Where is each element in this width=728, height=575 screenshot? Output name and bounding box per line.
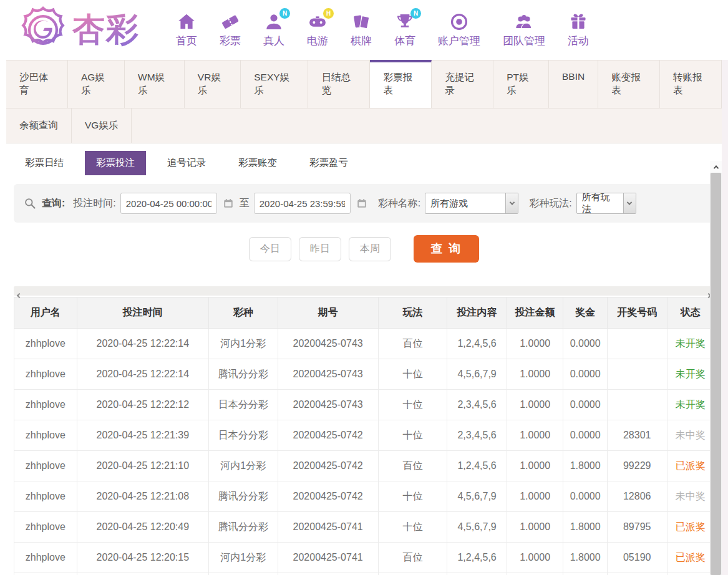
top-nav: 首页彩票N真人H电游棋牌N体育账户管理团队管理活动: [176, 12, 589, 48]
main-tab-WM娱乐[interactable]: WM娱乐: [125, 60, 185, 108]
chevron-down-icon: [623, 193, 636, 213]
cell-bet-content: 4,5,6,7,9: [447, 359, 507, 390]
vertical-scrollbar[interactable]: [710, 161, 722, 575]
search-button[interactable]: 查 询: [414, 235, 479, 263]
cell-bet-content: 4,5,6,7,9: [447, 512, 507, 543]
main-tab-转账报表[interactable]: 转账报表: [660, 60, 722, 108]
scroll-left-icon[interactable]: [17, 289, 21, 300]
column-header-draw-number: 开奖号码: [607, 297, 667, 329]
brand-name: 杏彩: [72, 8, 140, 52]
trophy-icon: N: [395, 12, 415, 32]
cell-prize: 0.0000: [563, 481, 607, 512]
cell-draw-number: 05190: [607, 543, 667, 573]
top-nav-item-team[interactable]: 团队管理: [503, 12, 545, 48]
cell-bet-content: 1,2,4,5,6: [447, 573, 507, 575]
table-row: zhhplove2020-04-25 12:20:49腾讯分分彩20200425…: [14, 512, 714, 543]
top-nav-item-ticket[interactable]: 彩票: [220, 12, 241, 48]
game-name-label: 彩种名称:: [378, 197, 420, 210]
cell-issue: 20200425-0743: [278, 329, 378, 359]
cell-username: zhhplove: [14, 451, 77, 481]
sub-tab-彩票盈亏[interactable]: 彩票盈亏: [298, 151, 359, 175]
sub-tab-彩票投注[interactable]: 彩票投注: [85, 151, 146, 175]
column-header-issue: 期号: [278, 297, 378, 329]
main-tab-日结总览[interactable]: 日结总览: [308, 60, 370, 108]
cell-status: 未中奖: [667, 481, 714, 512]
top-nav-item-trophy[interactable]: N体育: [394, 12, 415, 48]
cell-issue: 20200425-0740: [278, 573, 378, 575]
sub-tab-彩票日结[interactable]: 彩票日结: [14, 151, 75, 175]
cell-draw-number: 89795: [607, 512, 667, 543]
cell-username: zhhplove: [14, 390, 77, 420]
main-tab-SEXY娱乐[interactable]: SEXY娱乐: [241, 60, 308, 108]
cell-status: 未中奖: [667, 420, 714, 451]
brand-logo[interactable]: 杏彩: [19, 6, 140, 54]
main-tab-余额查询[interactable]: 余额查询: [6, 109, 72, 143]
cell-username: zhhplove: [14, 420, 77, 451]
start-time-input[interactable]: [120, 193, 217, 214]
cell-status: 已派奖: [667, 512, 714, 543]
table-header-row: 用户名投注时间彩种期号玩法投注内容投注金额奖金开奖号码状态: [14, 297, 714, 329]
cell-draw-number: 28301: [607, 420, 667, 451]
cell-issue: 20200425-0741: [278, 512, 378, 543]
cell-username: zhhplove: [14, 573, 77, 575]
cell-issue: 20200425-0741: [278, 543, 378, 573]
top-nav-item-home[interactable]: 首页: [176, 12, 197, 48]
main-tab-VG娱乐[interactable]: VG娱乐: [72, 109, 132, 143]
cell-bet-amount: 1.0000: [507, 329, 563, 359]
cell-bet-content: 1,2,4,5,6: [447, 329, 507, 359]
cell-prize: 1.8000: [563, 573, 607, 575]
calendar-icon[interactable]: [356, 198, 367, 209]
top-nav-label: 体育: [394, 34, 415, 48]
cell-status: 未开奖: [667, 329, 714, 359]
query-label: 查询:: [42, 197, 65, 210]
today-button[interactable]: 今日: [249, 237, 291, 261]
right-gutter: [722, 60, 728, 575]
account-icon: [449, 12, 469, 32]
horizontal-scrollbar[interactable]: [14, 286, 714, 296]
cell-bet-amount: 1.0000: [507, 420, 563, 451]
yesterday-button[interactable]: 昨日: [299, 237, 341, 261]
cell-status: 已派奖: [667, 573, 714, 575]
main-tabs-row-2: 余额查询VG娱乐: [6, 109, 722, 143]
calendar-icon[interactable]: [223, 198, 234, 209]
top-nav-item-account[interactable]: 账户管理: [438, 12, 480, 48]
sub-tab-彩票账变[interactable]: 彩票账变: [227, 151, 288, 175]
bet-time-label: 投注时间:: [73, 197, 115, 210]
live-person-icon: N: [264, 12, 284, 32]
cell-status: 已派奖: [667, 543, 714, 573]
cell-bet-amount: 1.0000: [507, 451, 563, 481]
cell-play: 百位: [378, 543, 447, 573]
cell-play: 十位: [378, 420, 447, 451]
main-tab-彩票报表[interactable]: 彩票报表: [370, 60, 432, 108]
cell-draw-number: [607, 329, 667, 359]
table-row: zhhplove2020-04-25 12:21:10河内1分彩20200425…: [14, 451, 714, 481]
top-nav-item-cards[interactable]: 棋牌: [351, 12, 372, 48]
cell-play: 百位: [378, 329, 447, 359]
main-tab-AG娱乐[interactable]: AG娱乐: [68, 60, 125, 108]
this-week-button[interactable]: 本周: [349, 237, 391, 261]
scrollbar-thumb[interactable]: [711, 173, 721, 575]
top-nav-item-gift[interactable]: 活动: [568, 12, 589, 48]
cell-draw-number: 98672: [607, 573, 667, 575]
scroll-up-icon[interactable]: [710, 161, 722, 173]
main-tab-沙巴体育[interactable]: 沙巴体育: [6, 60, 68, 108]
sub-tab-追号记录[interactable]: 追号记录: [156, 151, 217, 175]
main-tab-账变报表[interactable]: 账变报表: [598, 60, 660, 108]
cell-bet-amount: 1.0000: [507, 543, 563, 573]
main-tab-PT娱乐[interactable]: PT娱乐: [493, 60, 549, 108]
play-select-value: 所有玩法: [577, 193, 623, 213]
main-tab-BBIN[interactable]: BBIN: [549, 60, 598, 108]
cell-issue: 20200425-0743: [278, 390, 378, 420]
end-time-input[interactable]: [254, 193, 351, 214]
table-row: zhhplove2020-04-25 12:21:08腾讯分分彩20200425…: [14, 481, 714, 512]
cell-play: 十位: [378, 359, 447, 390]
top-nav-item-gamepad[interactable]: H电游: [307, 12, 328, 48]
top-nav-item-live-person[interactable]: N真人: [263, 12, 284, 48]
quick-buttons-row: 今日 昨日 本周 查 询: [0, 235, 728, 263]
play-select[interactable]: 所有玩法: [576, 193, 636, 214]
main-tab-VR娱乐[interactable]: VR娱乐: [185, 60, 241, 108]
game-select[interactable]: 所有游戏: [425, 193, 518, 214]
cell-draw-number: [607, 390, 667, 420]
top-nav-label: 电游: [307, 34, 328, 48]
main-tab-充提记录[interactable]: 充提记录: [432, 60, 493, 108]
